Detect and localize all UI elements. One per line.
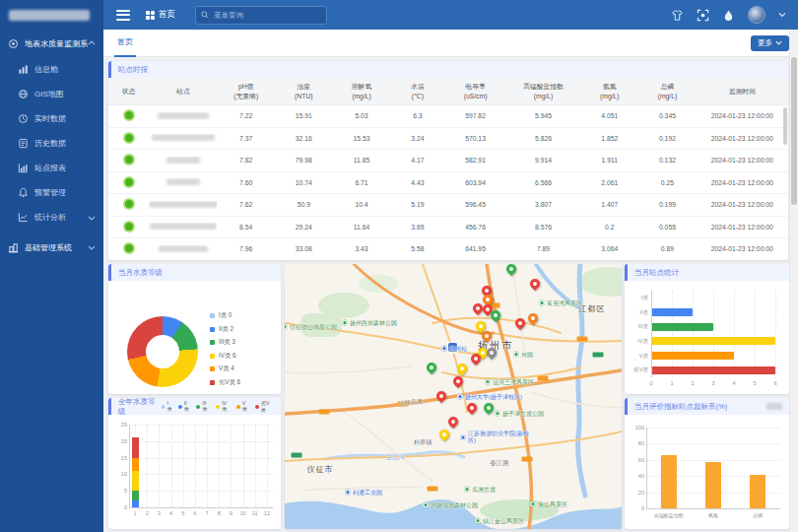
value-cell: 641.95	[445, 245, 506, 252]
sidebar-group-1[interactable]: 地表水质量监测系统	[0, 30, 103, 57]
panel-title-station-stats: 当月站点统计	[625, 264, 789, 281]
monthly-station-stats-panel: 当月站点统计 0123456I类II类III类IV类V类劣V类	[625, 264, 789, 394]
value-cell: 7.60	[217, 179, 275, 186]
map-pin-red[interactable]	[515, 318, 525, 328]
map-pin-orange[interactable]	[528, 313, 538, 323]
sidebar-item-GIS地图[interactable]: GIS地图	[0, 82, 103, 106]
gridline	[755, 291, 756, 377]
sidebar-item-历史数据[interactable]: 历史数据	[0, 131, 103, 156]
tab-bar: 首页 更多	[103, 30, 798, 57]
map-pin-red[interactable]	[471, 354, 481, 364]
value-cell: 597.82	[445, 112, 506, 119]
table-row: 8.5429.2411.643.69456.768.5760.20.055202…	[108, 217, 788, 239]
sidebar-item-实时数据[interactable]: 实时数据	[0, 106, 103, 131]
gridline	[129, 491, 273, 492]
y-tick-15: 15	[115, 455, 127, 461]
value-cell: 7.37	[217, 135, 275, 142]
user-avatar[interactable]	[748, 6, 765, 24]
table-header-row: 状态站点pH值(无量纲)浊度(NTU)溶解氧(mg/L)水温(℃)电导率(uS/…	[108, 78, 788, 105]
gridline	[183, 425, 184, 507]
map-pin-green[interactable]	[506, 264, 516, 274]
map-pin-yellow[interactable]	[439, 430, 449, 439]
stacked-bar-segment-劣V类	[132, 437, 139, 457]
y-cat-III类: III类	[625, 323, 648, 331]
sidebar-item-label: 统计分析	[34, 212, 66, 223]
map-pin-yellow[interactable]	[457, 364, 467, 373]
map-pin-red[interactable]	[473, 303, 483, 313]
x-tick-4: 4	[166, 510, 176, 516]
more-button[interactable]: 更多	[751, 35, 789, 51]
annual-grade-stacked-chart: 0510152025123456789101112	[108, 415, 281, 529]
gridline	[267, 425, 268, 507]
value-cell: 3.69	[390, 224, 444, 231]
value-cell: 7.96	[217, 245, 275, 252]
monthly-grade-panel: 当月水质等级 I类 0II类 2III类 3IV类 6V类 4劣V类 6	[108, 264, 281, 394]
sidebar-group-label: 基础管理系统	[25, 242, 72, 253]
station-cell	[149, 157, 217, 165]
legend-label: V类	[242, 400, 250, 413]
map-pin-red[interactable]	[436, 391, 446, 401]
sidebar-item-预警管理[interactable]: 预警管理	[0, 180, 103, 205]
road-number-badge	[319, 410, 330, 415]
value-cell: 0.345	[638, 112, 697, 119]
page-scrollbar-thumb[interactable]	[791, 57, 797, 205]
sidebar-group-label: 地表水质量监测系统	[25, 38, 88, 49]
legend-dot	[255, 405, 259, 409]
fullscreen-capture-icon[interactable]	[697, 9, 709, 22]
sidebar-group-2[interactable]: 基础管理系统	[0, 233, 103, 261]
x-tick-9: 9	[226, 510, 235, 516]
search-input[interactable]	[212, 10, 321, 21]
status-cell	[108, 198, 149, 211]
sidebar: 地表水质量监测系统信息舱GIS地图实时数据历史数据站点报表预警管理统计分析基础管…	[0, 0, 103, 532]
map-pin-gray[interactable]	[487, 348, 497, 358]
legend-item-III类: III类 3	[210, 338, 240, 347]
table-row: 7.3732.1615.533.24570.135.8261.8520.1922…	[108, 128, 788, 151]
donut-legend: I类 0II类 2III类 3IV类 6V类 4劣V类 6	[210, 311, 240, 387]
grid-icon	[146, 11, 155, 20]
value-cell: 0.2	[580, 224, 638, 231]
y-axis	[129, 425, 130, 507]
status-cell	[108, 176, 149, 189]
sidebar-item-站点报表[interactable]: 站点报表	[0, 156, 103, 180]
value-cell: 4.17	[390, 157, 444, 164]
value-cell: 3.064	[580, 245, 638, 252]
road-number-badge	[522, 457, 533, 462]
tab-home[interactable]: 首页	[114, 30, 136, 57]
value-cell: 0.199	[638, 201, 697, 208]
user-menu-chevron-down-icon[interactable]	[778, 11, 786, 19]
table-scrollbar-thumb[interactable]	[783, 107, 787, 145]
page-scrollbar[interactable]	[789, 30, 798, 532]
map-pin-red[interactable]	[467, 403, 477, 413]
column-header-氨氮: 氨氮(mg/L)	[580, 82, 638, 101]
status-dot-normal	[123, 221, 135, 233]
legend-dot	[210, 354, 215, 359]
map-pin-red[interactable]	[530, 279, 540, 289]
map-pin-green[interactable]	[427, 363, 436, 372]
map-pin-green[interactable]	[484, 403, 494, 413]
column-unit: (mg/L)	[600, 92, 620, 101]
water-drop-icon[interactable]	[722, 9, 735, 22]
map-pin-red[interactable]	[448, 417, 458, 427]
gridline	[129, 458, 273, 459]
map-pin-yellow[interactable]	[476, 321, 486, 331]
gridline	[646, 428, 780, 429]
gis-map-panel[interactable]: 扬州市江都区仪征市朴席镇古运河春江路沪陕高速扬州站扬州西郊森林公园仪征捺山地质公…	[285, 264, 622, 529]
sidebar-item-统计分析[interactable]: 统计分析	[0, 205, 103, 230]
map-pin-orange[interactable]	[483, 295, 493, 304]
hamburger-menu-icon[interactable]	[116, 10, 130, 21]
map-pin-orange[interactable]	[482, 331, 492, 341]
station-name-redacted	[152, 134, 215, 141]
x-tick-5: 5	[178, 510, 188, 516]
breadcrumb-home[interactable]: 首页	[146, 9, 175, 21]
theme-skin-icon[interactable]	[671, 9, 684, 22]
x-tick-6: 6	[771, 380, 779, 386]
map-pin-green[interactable]	[491, 310, 500, 320]
map-pin-red[interactable]	[453, 376, 463, 386]
system-icon	[8, 38, 19, 49]
legend-label: III类	[202, 400, 211, 413]
annual-grade-legend: I类II类III类IV类V类劣V类	[162, 400, 274, 414]
value-cell: 10.74	[275, 179, 333, 186]
x-tick-0: 0	[647, 380, 655, 386]
sidebar-item-信息舱[interactable]: 信息舱	[0, 57, 103, 82]
value-cell: 2024-01-23 12:00:00	[697, 179, 788, 186]
